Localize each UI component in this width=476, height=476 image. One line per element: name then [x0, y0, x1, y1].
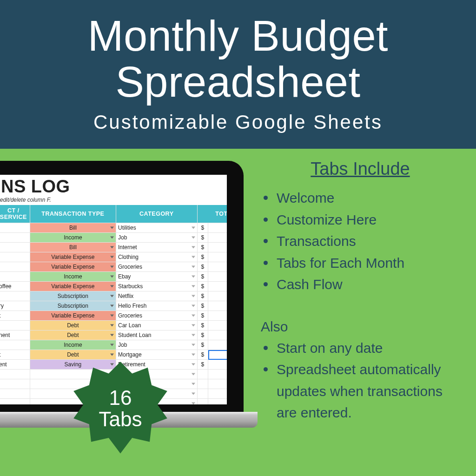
cell-total[interactable]: 415.00 — [208, 321, 227, 331]
cell-transaction-type[interactable]: Bill — [30, 243, 116, 252]
table-row: BillInternet$70.00 — [0, 243, 227, 252]
cell-transaction-type[interactable]: Variable Expense — [30, 252, 116, 262]
also-list-item: Start on any date — [261, 337, 463, 359]
cell-service[interactable] — [0, 233, 30, 243]
cell-category[interactable]: Netflix — [116, 291, 198, 301]
cell-total[interactable]: 25.00 — [208, 252, 227, 262]
info-column: Tabs Include WelcomeCustomize HereTransa… — [258, 159, 463, 424]
cell-category[interactable]: Starbucks — [116, 282, 198, 291]
cell-transaction-type[interactable]: Income — [30, 233, 116, 243]
cell-category[interactable]: Clothing — [116, 252, 198, 262]
cell-transaction-type[interactable]: Variable Expense — [30, 282, 116, 291]
cell-service[interactable] — [0, 262, 30, 272]
cell-category[interactable]: Utilities — [116, 223, 198, 233]
cell-service[interactable] — [0, 252, 30, 262]
cell-total[interactable]: 40.00 — [208, 223, 227, 233]
cell-currency-symbol: $ — [197, 252, 208, 262]
dropdown-icon — [110, 354, 114, 356]
cell-category[interactable]: Hello Fresh — [116, 301, 198, 311]
table-row: DebtCar Loan$415.00 — [0, 321, 227, 331]
cell-total[interactable]: 398.00 — [208, 311, 227, 321]
table-row: nentDebtStudent Loan$897.00 — [0, 331, 227, 340]
also-heading: Also — [261, 319, 463, 335]
cell-total[interactable]: 22.00 — [208, 272, 227, 282]
cell-total[interactable]: 13.99 — [208, 291, 227, 301]
header-total: TOTAL — [197, 205, 227, 223]
tabs-list-item: Welcome — [261, 187, 463, 209]
also-list-item: Spreadsheet automatically updates when t… — [261, 359, 463, 424]
dropdown-icon — [110, 334, 114, 337]
cell-service[interactable] — [0, 321, 30, 331]
cell-category[interactable]: Groceries — [116, 262, 198, 272]
cell-transaction-type[interactable]: Subscription — [30, 301, 116, 311]
cell-service[interactable] — [0, 340, 30, 350]
cell-category[interactable]: Mortgage — [116, 350, 198, 360]
cell-category[interactable]: Internet — [116, 243, 198, 252]
tabs-count-badge: 16 Tabs — [72, 360, 169, 457]
cell-currency-symbol: $ — [197, 243, 208, 252]
cell-transaction-type[interactable]: Debt — [30, 321, 116, 331]
cell-service[interactable] — [0, 272, 30, 282]
tabs-list-item: Customize Here — [261, 209, 463, 231]
dropdown-icon — [192, 266, 195, 268]
dropdown-icon — [192, 305, 195, 307]
cell-total[interactable]: 125.00 — [208, 301, 227, 311]
dropdown-icon — [192, 334, 195, 337]
cell-service[interactable]: t — [0, 350, 30, 360]
cell-service[interactable] — [0, 370, 30, 379]
cell-category[interactable]: Car Loan — [116, 321, 198, 331]
dropdown-icon — [192, 246, 195, 249]
tabs-list: WelcomeCustomize HereTransactionsTabs fo… — [261, 187, 463, 296]
dropdown-icon — [192, 373, 195, 376]
cell-service[interactable]: ent — [0, 360, 30, 370]
dropdown-icon — [192, 315, 195, 317]
cell-service[interactable] — [0, 379, 30, 389]
cell-transaction-type[interactable]: Variable Expense — [30, 311, 116, 321]
cell-transaction-type[interactable]: Debt — [30, 331, 116, 340]
dropdown-icon — [192, 354, 195, 356]
cell-service[interactable]: nent — [0, 331, 30, 340]
dropdown-icon — [110, 324, 114, 327]
cell-transaction-type[interactable]: Debt — [30, 350, 116, 360]
dropdown-icon — [110, 295, 114, 298]
tabs-list-item: Tabs for Each Month — [261, 252, 463, 274]
cell-total[interactable]: 897.00 — [208, 331, 227, 340]
cell-total[interactable]: 2,500.00 — [208, 340, 227, 350]
cell-service[interactable]: offee — [0, 282, 30, 291]
cell-total[interactable]: 2,500.00 — [208, 233, 227, 243]
cell-total[interactable]: 4.25 — [208, 282, 227, 291]
cell-category[interactable]: Groceries — [116, 311, 198, 321]
cell-total[interactable]: 250.00 — [208, 262, 227, 272]
cell-transaction-type[interactable]: Bill — [30, 223, 116, 233]
cell-total[interactable]: 70.00 — [208, 243, 227, 252]
cell-total[interactable]: 100.00 — [208, 360, 227, 370]
cell-transaction-type[interactable]: Variable Expense — [30, 262, 116, 272]
cell-currency-symbol: $ — [197, 262, 208, 272]
sheet-title: NS LOG — [0, 175, 227, 197]
cell-service[interactable] — [0, 223, 30, 233]
cell-total[interactable] — [208, 389, 227, 399]
cell-service[interactable] — [0, 389, 30, 399]
cell-total[interactable] — [208, 370, 227, 379]
cell-total[interactable] — [208, 399, 227, 405]
cell-service[interactable] — [0, 399, 30, 405]
cell-category[interactable]: Student Loan — [116, 331, 198, 340]
table-row: Variable ExpenseGroceries$250.00 — [0, 262, 227, 272]
cell-service[interactable] — [0, 291, 30, 301]
dropdown-icon — [192, 403, 195, 405]
cell-transaction-type[interactable]: Income — [30, 340, 116, 350]
laptop-mockup: NS LOG edit/delete column F. CT / SERVIC… — [0, 161, 248, 444]
cell-currency-symbol: $ — [197, 301, 208, 311]
cell-category[interactable]: Job — [116, 340, 198, 350]
cell-service[interactable]: ry — [0, 301, 30, 311]
cell-service[interactable]: t — [0, 311, 30, 321]
cell-category[interactable]: Job — [116, 233, 198, 243]
cell-total[interactable] — [208, 379, 227, 389]
cell-currency-symbol: $ — [197, 360, 208, 370]
cell-total[interactable]: 1,600.00 — [208, 350, 227, 360]
cell-service[interactable] — [0, 243, 30, 252]
cell-transaction-type[interactable]: Income — [30, 272, 116, 282]
cell-currency-symbol: $ — [197, 340, 208, 350]
cell-category[interactable]: Ebay — [116, 272, 198, 282]
cell-transaction-type[interactable]: Subscription — [30, 291, 116, 301]
